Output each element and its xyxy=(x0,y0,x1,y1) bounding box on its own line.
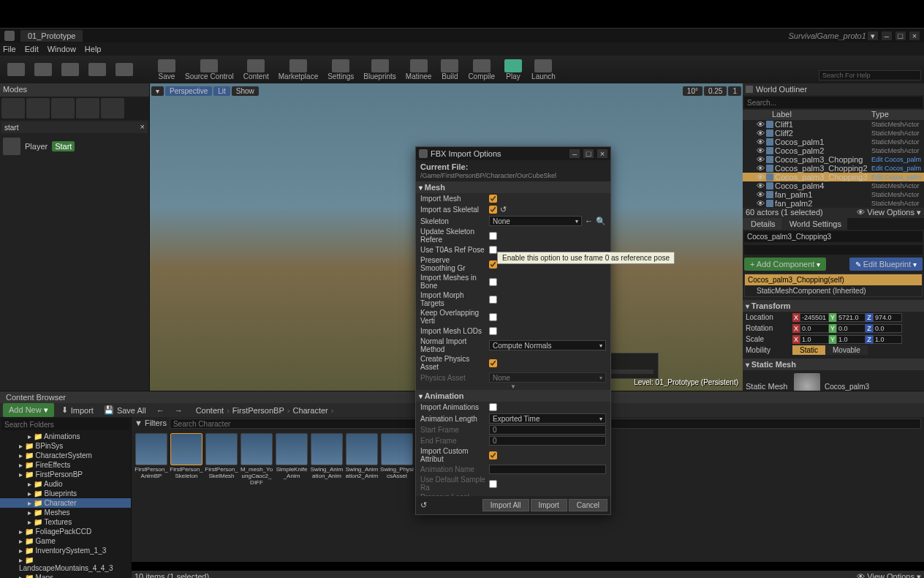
lit-button[interactable]: Lit xyxy=(213,86,230,96)
rot-y[interactable] xyxy=(836,324,866,333)
snap-scale-button[interactable]: 0.25 xyxy=(704,86,727,96)
reset-to-default-icon[interactable]: ↺ xyxy=(419,499,428,511)
dialog-close[interactable]: × xyxy=(597,149,607,158)
asset-item[interactable]: SimpleKnife_Anim xyxy=(275,433,308,480)
breadcrumb-firstpersonbp[interactable]: FirstPersonBP xyxy=(232,406,284,415)
col-label[interactable]: Label xyxy=(743,110,871,120)
placement-mode-icon[interactable] xyxy=(1,98,25,119)
rot-x[interactable] xyxy=(800,324,829,333)
asset-item[interactable]: Swing_Animation_Anim xyxy=(310,433,344,480)
settings-button[interactable]: Settings xyxy=(323,58,358,82)
tab-details[interactable]: Details xyxy=(743,218,781,230)
close-button[interactable]: × xyxy=(909,31,920,40)
normal-method-dropdown[interactable]: Compute Normals xyxy=(489,340,606,350)
dialog-maximize[interactable]: □ xyxy=(583,149,594,158)
breadcrumb-character[interactable]: Character xyxy=(292,406,327,415)
visibility-icon[interactable]: 👁 xyxy=(756,120,765,129)
filters-button[interactable]: ▼ Filters xyxy=(135,419,167,429)
visibility-icon[interactable]: 👁 xyxy=(756,181,765,190)
tree-search-input[interactable] xyxy=(4,419,126,429)
menu-file[interactable]: File xyxy=(3,45,16,53)
import-bones-checkbox[interactable] xyxy=(489,278,497,286)
anim-length-dropdown[interactable]: Exported Time xyxy=(489,413,606,424)
outliner-row[interactable]: 👁Cocos_palm3_ChoppingEdit Cocos_palm xyxy=(743,155,924,164)
foliage-mode-icon[interactable] xyxy=(76,98,99,119)
show-button[interactable]: Show xyxy=(232,86,259,96)
tree-item[interactable]: ▸ 📁 FoliagePackCCD xyxy=(0,527,131,536)
tree-item[interactable]: ▸ 📁 Character xyxy=(0,498,131,508)
maximize-button[interactable]: □ xyxy=(895,31,906,40)
expand-mesh-icon[interactable]: ▼ xyxy=(416,383,610,390)
asset-item[interactable]: FirstPerson_AnimBP xyxy=(135,433,168,480)
tree-item[interactable]: ▸ 📁 CharacterSystem xyxy=(0,451,131,460)
import-single-button[interactable]: Import xyxy=(531,499,567,511)
edit-blueprint-button[interactable]: ✎ Edit Blueprint ▾ xyxy=(849,258,923,271)
build-button[interactable]: Build xyxy=(436,58,463,82)
tree-item[interactable]: ▸ 📁 BPinSys xyxy=(0,441,131,451)
tree-item[interactable]: ▸ 📁 LandscapeMountains_4_4_3 xyxy=(0,555,131,573)
import-skeletal-checkbox[interactable] xyxy=(489,206,497,214)
visibility-icon[interactable]: 👁 xyxy=(756,164,765,173)
visibility-icon[interactable]: 👁 xyxy=(756,199,765,208)
minimize-button[interactable]: – xyxy=(882,31,892,40)
actor-name-field[interactable]: Cocos_palm3_Chopping3 xyxy=(744,231,923,242)
tree-item[interactable]: ▸ 📁 FirstPersonBP xyxy=(0,470,131,479)
rot-z[interactable] xyxy=(873,324,902,333)
skeleton-dropdown[interactable]: None xyxy=(489,216,582,226)
cb-view-options[interactable]: 👁 View Options ▾ xyxy=(857,572,921,578)
mesh-thumb[interactable] xyxy=(794,373,820,391)
default-sample-checkbox[interactable] xyxy=(489,480,497,488)
geometry-mode-icon[interactable] xyxy=(101,98,124,119)
import-button[interactable]: ⬇ Import xyxy=(58,404,96,416)
outliner-row[interactable]: 👁Cocos_palm4StaticMeshActor xyxy=(743,181,924,190)
visibility-icon[interactable]: 👁 xyxy=(756,138,765,146)
compile-button[interactable]: Compile xyxy=(463,58,499,82)
asset-item[interactable]: M_mesh_YoungCaoc2_DIFF xyxy=(240,433,273,486)
launch-button[interactable]: Launch xyxy=(527,58,560,82)
visibility-icon[interactable]: 👁 xyxy=(756,155,765,164)
outliner-row[interactable]: 👁Cliff1StaticMeshActor xyxy=(743,120,924,129)
outliner-search-input[interactable] xyxy=(747,97,920,108)
new-window-icon[interactable]: ▾ xyxy=(868,31,878,40)
tree-item[interactable]: ▸ 📁 InventorySystem_1_3 xyxy=(0,546,131,555)
col-type[interactable]: Type xyxy=(871,110,924,120)
use-t0-checkbox[interactable] xyxy=(489,246,497,254)
tree-item[interactable]: ▸ 📁 Animations xyxy=(0,432,131,441)
outliner-row[interactable]: 👁Cocos_palm3_Chopping3Edit Cocos_palm xyxy=(743,173,924,181)
scl-z[interactable] xyxy=(873,335,902,344)
reset-icon[interactable]: ↺ xyxy=(500,205,509,214)
morph-targets-checkbox[interactable] xyxy=(489,296,497,304)
dialog-minimize[interactable]: – xyxy=(569,149,580,158)
outliner-view-options[interactable]: 👁 View Options ▾ xyxy=(857,208,921,218)
visibility-icon[interactable]: 👁 xyxy=(756,129,765,138)
loc-z[interactable] xyxy=(873,313,902,322)
breadcrumb-content[interactable]: Content xyxy=(196,406,224,415)
tree-item[interactable]: ▸ 📁 Game xyxy=(0,536,131,546)
camera-speed-button[interactable]: 1 xyxy=(728,86,741,96)
loc-x[interactable] xyxy=(800,313,829,322)
tree-item[interactable]: ▸ 📁 Textures xyxy=(0,517,131,527)
create-physics-checkbox[interactable] xyxy=(489,359,497,367)
outliner-row[interactable]: 👁Cocos_palm3_Chopping2Edit Cocos_palm xyxy=(743,164,924,173)
back-button[interactable]: ← xyxy=(154,405,167,416)
find-icon[interactable]: 🔍 xyxy=(596,217,606,226)
import-anim-checkbox[interactable] xyxy=(489,403,497,411)
tree-item[interactable]: ▸ 📁 FireEffects xyxy=(0,460,131,470)
add-new-button[interactable]: Add New ▾ xyxy=(3,403,54,417)
import-all-button[interactable]: Import All xyxy=(482,499,529,511)
menu-help[interactable]: Help xyxy=(85,45,102,53)
component-child[interactable]: StaticMeshComponent (Inherited) xyxy=(745,285,922,296)
asset-item[interactable]: Swing_PhysicsAsset xyxy=(380,433,414,480)
mobility-movable[interactable]: Movable xyxy=(825,345,868,355)
outliner-row[interactable]: 👁Cocos_palm1StaticMeshActor xyxy=(743,138,924,146)
project-tab[interactable]: 01_Prototype xyxy=(20,30,83,42)
play-button[interactable]: Play xyxy=(500,58,526,82)
loc-y[interactable] xyxy=(836,313,866,322)
placeable-actor[interactable]: Player Start xyxy=(3,138,146,155)
perspective-button[interactable]: Perspective xyxy=(165,86,212,96)
outliner-row[interactable]: 👁Cocos_palm2StaticMeshActor xyxy=(743,146,924,155)
viewport-options-button[interactable]: ▾ xyxy=(151,86,164,96)
tree-item[interactable]: ▸ 📁 Meshes xyxy=(0,508,131,517)
preserve-smoothing-checkbox[interactable] xyxy=(489,260,497,269)
details-search-input[interactable] xyxy=(747,246,920,254)
